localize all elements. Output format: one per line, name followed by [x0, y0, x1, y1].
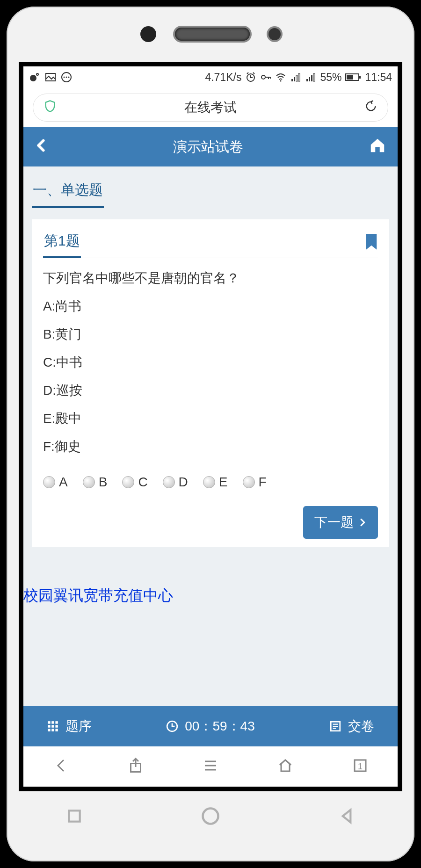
choice-b[interactable]: B — [83, 472, 108, 492]
svg-rect-19 — [347, 75, 353, 80]
app-header: 演示站试卷 — [23, 127, 398, 166]
svg-rect-24 — [48, 725, 50, 727]
radio-icon — [243, 476, 255, 488]
phone-frame: 4.71K/s 55% 11:54 在线考试 演示站试卷 — [7, 7, 414, 861]
choice-c[interactable]: C — [122, 472, 147, 492]
svg-rect-16 — [311, 75, 312, 81]
vpn-key-icon — [260, 72, 271, 83]
radio-icon — [43, 476, 55, 488]
svg-rect-10 — [291, 79, 293, 81]
svg-rect-20 — [359, 76, 361, 79]
page-title: 在线考试 — [57, 99, 364, 116]
svg-rect-22 — [51, 721, 54, 723]
timer-display: 00：59：43 — [166, 717, 254, 735]
radio-icon — [203, 476, 215, 488]
section-tabs: 一、单选题 — [23, 166, 398, 208]
refresh-icon[interactable] — [364, 100, 377, 116]
option-e: E:殿中 — [43, 409, 378, 428]
app-title: 演示站试卷 — [48, 137, 369, 157]
svg-rect-29 — [55, 729, 58, 731]
choice-d[interactable]: D — [163, 472, 188, 492]
next-question-button[interactable]: 下一题 — [303, 506, 378, 539]
browser-nav: 1 — [23, 746, 398, 787]
nav-menu-button[interactable] — [202, 757, 219, 776]
svg-point-9 — [280, 80, 282, 82]
svg-rect-35 — [69, 810, 80, 821]
question-number: 第1题 — [43, 231, 81, 258]
svg-point-8 — [261, 75, 265, 79]
submit-icon — [329, 720, 341, 732]
option-a: A:尚书 — [43, 297, 378, 316]
back-button[interactable] — [35, 137, 48, 157]
svg-rect-13 — [298, 73, 300, 81]
alarm-icon — [245, 72, 256, 83]
weibo-icon — [29, 72, 40, 83]
home-button[interactable] — [369, 137, 386, 158]
svg-rect-11 — [294, 77, 295, 81]
front-sensor-dot — [140, 26, 156, 42]
nav-home-button[interactable] — [277, 757, 294, 776]
svg-rect-23 — [55, 721, 58, 723]
choice-f[interactable]: F — [243, 472, 267, 492]
nav-share-button[interactable] — [127, 757, 144, 776]
option-d: D:巡按 — [43, 381, 378, 400]
speaker-grill — [175, 28, 250, 41]
svg-rect-27 — [48, 729, 50, 731]
android-nav — [7, 791, 414, 843]
svg-rect-25 — [51, 725, 54, 727]
choice-a[interactable]: A — [43, 472, 68, 492]
net-speed: 4.71K/s — [205, 71, 241, 84]
question-body: 下列官名中哪些不是唐朝的官名？ A:尚书 B:黄门 C:中书 D:巡按 E:殿中… — [43, 268, 378, 539]
question-order-button[interactable]: 题序 — [47, 717, 92, 735]
tab-single-choice[interactable]: 一、单选题 — [32, 178, 104, 208]
svg-rect-14 — [306, 79, 308, 81]
nav-tabs-button[interactable]: 1 — [352, 757, 369, 776]
chevron-right-icon — [358, 517, 367, 528]
front-camera — [269, 28, 281, 40]
svg-rect-26 — [55, 725, 58, 727]
watermark-text: 校园翼讯宽带充值中心 — [23, 586, 173, 606]
signal-icon-2 — [305, 72, 316, 83]
address-pill[interactable]: 在线考试 — [33, 94, 388, 122]
recent-apps-button[interactable] — [65, 807, 84, 827]
browser-address-bar: 在线考试 — [23, 88, 398, 127]
battery-percent: 55% — [320, 71, 341, 84]
svg-rect-15 — [309, 77, 310, 81]
svg-point-0 — [30, 75, 36, 81]
radio-icon — [83, 476, 95, 488]
question-stem: 下列官名中哪些不是唐朝的官名？ — [43, 268, 378, 288]
wifi-icon — [275, 72, 286, 83]
shield-icon — [44, 99, 57, 116]
svg-point-5 — [66, 77, 67, 78]
svg-rect-28 — [51, 729, 54, 731]
svg-point-36 — [203, 809, 218, 824]
screen: 4.71K/s 55% 11:54 在线考试 演示站试卷 — [19, 62, 402, 791]
option-b: B:黄门 — [43, 325, 378, 344]
radio-icon — [163, 476, 175, 488]
image-icon — [45, 72, 56, 83]
android-home-button[interactable] — [200, 806, 221, 828]
clock-time: 11:54 — [365, 71, 392, 84]
question-card: 第1题 下列官名中哪些不是唐朝的官名？ A:尚书 B:黄门 C:中书 D:巡按 … — [32, 219, 389, 547]
svg-point-4 — [64, 77, 65, 78]
svg-rect-17 — [313, 73, 315, 81]
grid-icon — [47, 720, 59, 732]
bookmark-icon[interactable] — [365, 234, 378, 253]
option-c: C:中书 — [43, 353, 378, 372]
option-f: F:御史 — [43, 437, 378, 456]
phone-top — [7, 7, 414, 62]
svg-point-1 — [36, 73, 38, 75]
clock-icon — [166, 720, 178, 732]
svg-text:1: 1 — [358, 762, 363, 771]
more-icon — [61, 72, 72, 83]
svg-point-6 — [68, 77, 70, 78]
android-back-button[interactable] — [337, 807, 356, 827]
submit-exam-button[interactable]: 交卷 — [329, 717, 374, 735]
exam-footer: 题序 00：59：43 交卷 — [23, 706, 398, 746]
status-bar: 4.71K/s 55% 11:54 — [23, 66, 398, 88]
signal-icon — [290, 72, 301, 83]
radio-icon — [122, 476, 134, 488]
nav-back-button[interactable] — [52, 757, 69, 776]
svg-rect-21 — [48, 721, 50, 723]
choice-e[interactable]: E — [203, 472, 228, 492]
